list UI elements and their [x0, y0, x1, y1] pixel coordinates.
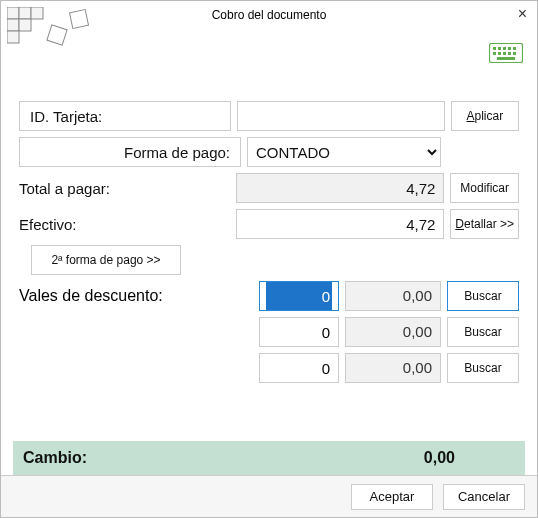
- buscar-button-1[interactable]: Buscar: [447, 281, 519, 311]
- id-tarjeta-input[interactable]: [237, 101, 445, 131]
- keyboard-icon[interactable]: [489, 43, 523, 63]
- svg-rect-18: [513, 52, 516, 55]
- voucher-qty-2[interactable]: [259, 317, 339, 347]
- buscar-button-3[interactable]: Buscar: [447, 353, 519, 383]
- svg-rect-4: [19, 19, 31, 31]
- footer: Aceptar Cancelar: [1, 475, 537, 517]
- voucher-qty-1[interactable]: [259, 281, 339, 311]
- svg-rect-3: [7, 19, 19, 31]
- svg-rect-17: [508, 52, 511, 55]
- svg-rect-10: [498, 47, 501, 50]
- app-logo-icon: [7, 7, 97, 63]
- efectivo-label: Efectivo:: [19, 216, 230, 233]
- buscar-button-2[interactable]: Buscar: [447, 317, 519, 347]
- svg-rect-16: [503, 52, 506, 55]
- vales-label: Vales de descuento:: [19, 287, 163, 305]
- id-tarjeta-label: ID. Tarjeta:: [19, 101, 231, 131]
- voucher-amount-3: 0,00: [345, 353, 441, 383]
- forma-pago-label: Forma de pago:: [19, 137, 241, 167]
- svg-rect-2: [31, 7, 43, 19]
- svg-rect-12: [508, 47, 511, 50]
- segunda-forma-button[interactable]: 2ª forma de pago >>: [31, 245, 181, 275]
- svg-rect-19: [497, 57, 515, 60]
- cancelar-button[interactable]: Cancelar: [443, 484, 525, 510]
- svg-rect-15: [498, 52, 501, 55]
- svg-rect-5: [7, 31, 19, 43]
- svg-rect-7: [70, 10, 89, 29]
- total-pagar-field: [236, 173, 444, 203]
- cambio-label: Cambio:: [23, 449, 87, 467]
- voucher-amount-2: 0,00: [345, 317, 441, 347]
- detallar-button[interactable]: Detallar >>: [450, 209, 519, 239]
- cambio-value: 0,00: [424, 449, 455, 467]
- svg-rect-9: [493, 47, 496, 50]
- svg-rect-13: [513, 47, 516, 50]
- svg-rect-6: [47, 25, 67, 45]
- cambio-bar: Cambio: 0,00: [13, 441, 525, 475]
- svg-rect-14: [493, 52, 496, 55]
- svg-rect-11: [503, 47, 506, 50]
- aplicar-button[interactable]: Aplicar: [451, 101, 519, 131]
- modificar-button[interactable]: Modificar: [450, 173, 519, 203]
- aceptar-button[interactable]: Aceptar: [351, 484, 433, 510]
- efectivo-input[interactable]: [236, 209, 444, 239]
- svg-rect-0: [7, 7, 19, 19]
- voucher-qty-3[interactable]: [259, 353, 339, 383]
- voucher-amount-1: 0,00: [345, 281, 441, 311]
- close-icon[interactable]: ×: [518, 5, 527, 23]
- forma-pago-select[interactable]: CONTADO: [247, 137, 441, 167]
- total-pagar-label: Total a pagar:: [19, 180, 230, 197]
- vales-label-text: ales de descuento:: [28, 287, 162, 304]
- svg-rect-1: [19, 7, 31, 19]
- window-title: Cobro del documento: [212, 8, 327, 22]
